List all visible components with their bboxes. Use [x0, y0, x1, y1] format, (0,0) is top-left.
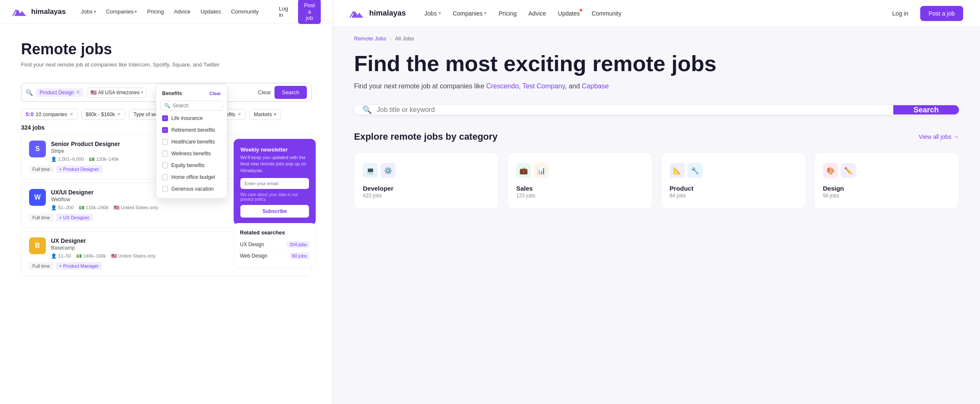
category-name-developer: Developer — [363, 185, 490, 192]
category-name-design: Design — [823, 185, 950, 192]
newsletter-popup: Weekly newsletter We'll keep you updated… — [234, 139, 316, 225]
remove-tag-icon[interactable]: ✕ — [76, 90, 80, 95]
breadcrumb-separator: › — [390, 35, 391, 42]
category-card-sales[interactable]: 💼 📊 Sales 123 jobs — [507, 152, 652, 209]
search-button[interactable]: Search — [274, 86, 307, 99]
left-nav-pricing[interactable]: Pricing — [147, 8, 164, 15]
dev-icon-1: 💻 — [363, 163, 378, 178]
right-search-button[interactable]: Search — [893, 105, 959, 114]
newsletter-description: We'll keep you updated with the best new… — [240, 154, 309, 174]
right-nav-companies[interactable]: Companies ▾ — [453, 10, 487, 17]
right-logo-icon — [350, 8, 365, 19]
explore-title: Explore remote jobs by category — [354, 131, 498, 142]
related-item-web-design[interactable]: Web Design 80 jobs — [240, 250, 309, 261]
right-search-input[interactable] — [377, 106, 885, 114]
dev-icon-2: ⚙️ — [381, 163, 396, 178]
chevron-down-icon: ▾ — [484, 11, 487, 16]
dropdown-clear-button[interactable]: Clear — [209, 91, 221, 96]
category-count-product: 84 jobs — [670, 193, 797, 199]
dropdown-item-equity[interactable]: Equity benefits — [156, 159, 227, 171]
right-nav-pricing[interactable]: Pricing — [498, 10, 517, 17]
category-icons-developer: 💻 ⚙️ — [363, 163, 490, 178]
dropdown-item-vacation[interactable]: Generous vacation — [156, 183, 227, 195]
search-tag-chip[interactable]: Product Design ✕ — [36, 88, 83, 97]
dropdown-header: Benefits Clear — [156, 88, 227, 99]
newsletter-subscribe-button[interactable]: Subscribe — [240, 205, 309, 218]
chevron-down-icon: ▾ — [141, 90, 143, 95]
left-panel: himalayas Jobs ▾ Companies ▾ Pricing Adv… — [0, 0, 333, 404]
left-logo[interactable]: himalayas — [13, 6, 66, 18]
filter-markets[interactable]: Markets ▾ — [249, 109, 281, 120]
dropdown-search[interactable]: 🔍 — [160, 101, 223, 111]
left-nav-companies[interactable]: Companies ▾ — [106, 8, 137, 15]
product-icon-2: 🔧 — [687, 163, 703, 178]
right-page-title: Find the most exciting remote jobs — [354, 52, 959, 76]
right-nav-jobs[interactable]: Jobs ▾ — [424, 10, 441, 17]
job-employees: 👤 1,001–6,000 — [51, 157, 84, 162]
category-card-developer[interactable]: 💻 ⚙️ Developer 423 jobs — [354, 152, 499, 209]
clear-search-button[interactable]: Clear — [258, 89, 271, 96]
right-nav-login[interactable]: Log in — [892, 10, 908, 17]
left-nav-advice[interactable]: Advice — [174, 8, 190, 15]
product-icon-1: 📐 — [670, 163, 685, 178]
left-nav-login[interactable]: Log in — [279, 5, 288, 18]
right-nav-advice[interactable]: Advice — [528, 10, 546, 17]
right-search-wrapper: 🔍 Search — [354, 105, 959, 114]
checkbox-unchecked-icon — [162, 139, 168, 145]
newsletter-email-input[interactable] — [240, 178, 309, 189]
sales-icon-2: 📊 — [534, 163, 549, 178]
breadcrumb-remote-jobs[interactable]: Remote Jobs — [354, 35, 386, 42]
right-nav: himalayas Jobs ▾ Companies ▾ Pricing Adv… — [333, 0, 980, 27]
category-cards: 💻 ⚙️ Developer 423 jobs 💼 📊 Sales 123 jo… — [354, 152, 959, 209]
job-salary: 💵 140k–160k — [76, 253, 106, 259]
filter-salary[interactable]: $80k - $160k ✕ — [81, 109, 125, 120]
category-card-product[interactable]: 📐 🔧 Product 84 jobs — [661, 152, 806, 209]
dropdown-item-wellness[interactable]: Wellness benefits — [156, 148, 227, 159]
category-name-product: Product — [670, 185, 797, 192]
remove-filter-icon[interactable]: ✕ — [237, 112, 241, 117]
left-nav-updates[interactable]: Updates — [200, 8, 221, 15]
right-nav-community[interactable]: Community — [591, 10, 621, 17]
right-post-job-button[interactable]: Post a job — [920, 6, 963, 21]
timezone-selector[interactable]: 🇺🇸 All USA timezones ▾ — [87, 88, 147, 98]
right-nav-updates[interactable]: Updates — [558, 10, 580, 17]
related-searches: Related searches UX Design 204 jobs Web … — [234, 223, 316, 268]
hero-company-link-3[interactable]: Capbase — [582, 82, 609, 90]
left-page-title: Remote jobs — [21, 40, 312, 58]
breadcrumb: Remote Jobs › All Jobs — [333, 27, 980, 42]
right-logo[interactable]: himalayas — [350, 8, 406, 19]
remove-filter-icon[interactable]: ✕ — [69, 112, 73, 117]
benefits-dropdown: Benefits Clear 🔍 Life insurance Retireme… — [156, 84, 227, 199]
dropdown-item-home-office[interactable]: Home office budget — [156, 171, 227, 183]
related-item-ux-design[interactable]: UX Design 204 jobs — [240, 239, 309, 250]
dropdown-search-input[interactable] — [173, 103, 219, 109]
category-count-design: 56 jobs — [823, 193, 950, 199]
checkbox-checked-icon — [162, 115, 168, 121]
job-employees: 👤 11–50 — [51, 253, 71, 259]
job-role-tag: + Product Designer — [56, 165, 102, 173]
job-employees: 👤 51–200 — [51, 205, 74, 210]
hero-company-link-2[interactable]: Test Company — [522, 82, 565, 90]
dropdown-item-healthcare[interactable]: Healthcare benefits — [156, 136, 227, 148]
job-type-tag: Full time — [29, 165, 53, 173]
left-post-job-button[interactable]: Post a job — [298, 0, 321, 24]
company-logo-webflow: W — [29, 189, 46, 206]
category-card-design[interactable]: 🎨 ✏️ Design 56 jobs — [814, 152, 959, 209]
right-hero-subtitle: Find your next remote job at companies l… — [354, 82, 959, 90]
filter-companies[interactable]: 5:0 10 companies ✕ — [21, 109, 78, 120]
left-nav-jobs[interactable]: Jobs ▾ — [81, 8, 96, 15]
left-nav-community[interactable]: Community — [231, 8, 259, 15]
arrow-right-icon: → — [953, 133, 959, 140]
right-panel: himalayas Jobs ▾ Companies ▾ Pricing Adv… — [333, 0, 980, 404]
newsletter-privacy-text: We care about your data in our privacy p… — [240, 192, 309, 202]
chevron-down-icon: ▾ — [135, 9, 137, 14]
design-icon-1: 🎨 — [823, 163, 838, 178]
remove-filter-icon[interactable]: ✕ — [117, 112, 121, 117]
hero-company-link-1[interactable]: Crescendo — [486, 82, 519, 90]
view-all-jobs-link[interactable]: View all jobs → — [919, 133, 959, 140]
checkbox-unchecked-icon — [162, 174, 168, 180]
left-hero: Remote jobs Find your next remote job at… — [0, 24, 333, 76]
dropdown-item-retirement[interactable]: Retirement benefits — [156, 124, 227, 136]
dropdown-item-life-insurance[interactable]: Life insurance — [156, 112, 227, 124]
search-icon: 🔍 — [26, 89, 33, 96]
